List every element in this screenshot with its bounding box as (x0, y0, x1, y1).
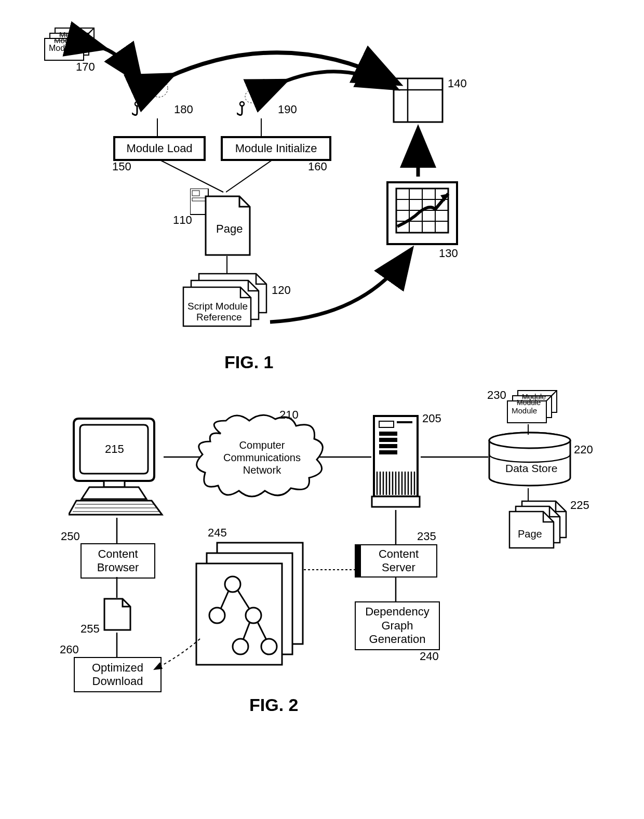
cloud: Computer Communications Network (190, 413, 330, 504)
datastore-label: Data Store (505, 462, 557, 475)
cloud-text: Computer Communications Network (223, 439, 301, 476)
svg-marker-83 (153, 662, 163, 670)
dashed-connector (304, 567, 356, 572)
svg-rect-41 (379, 421, 394, 427)
ref-260: 260 (60, 644, 79, 655)
svg-rect-42 (397, 421, 412, 423)
ref-250: 250 (61, 531, 80, 542)
content-server-box: Content Server (355, 544, 438, 578)
connector (421, 454, 488, 460)
module-label: Module (517, 398, 541, 407)
connector (526, 488, 531, 501)
monitor-icon: 215 (69, 413, 165, 517)
connector (164, 454, 200, 460)
ref-255: 255 (81, 623, 100, 635)
svg-rect-60 (372, 496, 420, 507)
modules-stack-fig2: Module Module Module (506, 390, 564, 426)
svg-rect-46 (379, 450, 397, 454)
fig1-label: FIG. 1 (224, 352, 273, 372)
ref-225: 225 (570, 500, 589, 511)
svg-rect-45 (379, 444, 397, 448)
dg-l1: Dependency (365, 605, 430, 619)
svg-rect-43 (379, 432, 397, 436)
fig2-label: FIG. 2 (249, 695, 298, 715)
cloud-l1: Computer (223, 439, 301, 451)
dep-graph-box: Dependency Graph Generation (355, 601, 440, 650)
ref-205: 205 (422, 413, 441, 424)
svg-point-67 (489, 433, 570, 448)
od-l1: Optimized (92, 661, 143, 675)
connector (526, 424, 531, 435)
connector (114, 633, 119, 657)
cb-l1: Content (98, 547, 138, 561)
cloud-l3: Network (223, 464, 301, 476)
cs-l2: Server (382, 561, 415, 574)
ref-210: 210 (279, 409, 299, 421)
ref-235: 235 (417, 531, 436, 542)
ref-215: 215 (105, 442, 124, 456)
svg-point-77 (233, 639, 248, 654)
cs-l1: Content (379, 547, 419, 561)
ref-240: 240 (420, 651, 439, 662)
connector (114, 518, 119, 544)
arrows-fig1 (0, 0, 644, 405)
connector (393, 510, 398, 544)
svg-point-76 (246, 608, 261, 623)
dg-l2: Graph (381, 619, 413, 633)
dg-l3: Generation (369, 633, 426, 646)
ref-230: 230 (487, 390, 506, 401)
connector (319, 454, 371, 460)
svg-rect-33 (104, 481, 125, 487)
doc-255 (102, 596, 133, 633)
module-label: Module (512, 406, 537, 415)
tree-stack (191, 540, 311, 675)
server-icon (370, 412, 422, 511)
cb-l2: Browser (97, 561, 139, 574)
connector (114, 577, 119, 598)
cloud-l2: Communications (223, 451, 301, 464)
ref-245: 245 (208, 527, 227, 539)
svg-point-74 (225, 576, 240, 592)
svg-point-78 (261, 639, 277, 654)
page-stack-fig2: Page (506, 499, 574, 551)
svg-point-75 (209, 608, 225, 623)
content-browser-box: Content Browser (81, 543, 155, 579)
diagram-page: Module Module Module 170 180 190 Module … (0, 0, 644, 819)
ref-220: 220 (574, 444, 593, 455)
datastore-icon: Data Store (486, 431, 574, 491)
page-label: Page (518, 528, 542, 540)
od-l2: Download (92, 675, 143, 688)
connector (393, 578, 398, 601)
dashed-arrow (143, 636, 205, 678)
svg-rect-44 (379, 438, 397, 442)
